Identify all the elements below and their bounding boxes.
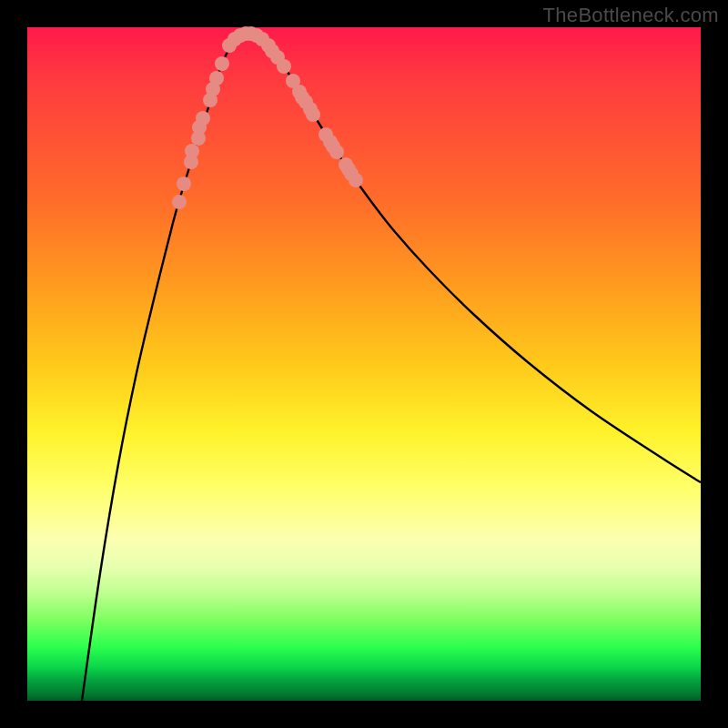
- data-point: [177, 177, 191, 191]
- chart-svg: [27, 27, 701, 701]
- data-point: [185, 144, 199, 158]
- bottleneck-curve: [82, 34, 701, 701]
- curve-group: [82, 34, 701, 701]
- data-point: [329, 145, 344, 159]
- data-point: [349, 173, 363, 187]
- data-point: [277, 59, 291, 74]
- plot-area: [27, 27, 701, 701]
- data-point: [215, 56, 229, 71]
- chart-outer-frame: TheBottleneck.com: [0, 0, 728, 728]
- data-point: [172, 195, 187, 209]
- watermark-text: TheBottleneck.com: [543, 4, 719, 27]
- data-point: [306, 107, 320, 122]
- data-point: [209, 71, 224, 86]
- marker-group: [172, 26, 363, 209]
- data-point: [196, 111, 210, 126]
